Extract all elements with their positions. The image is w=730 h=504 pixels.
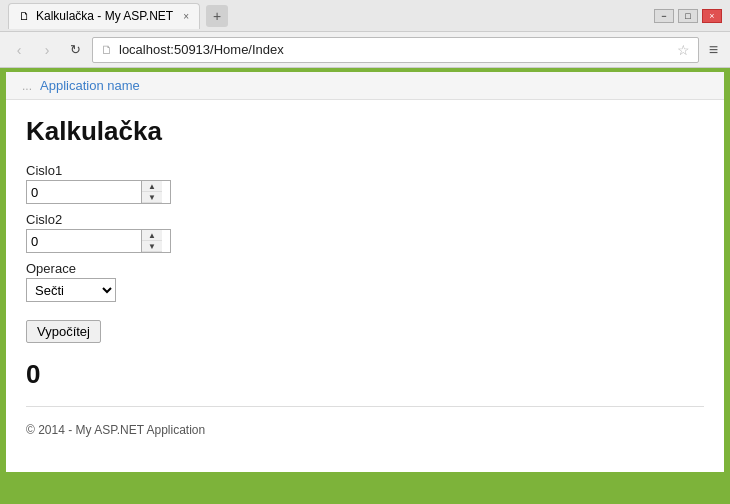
title-bar-left: 🗋 Kalkulačka - My ASP.NET × + (8, 3, 654, 29)
page-title: Kalkulačka (26, 116, 704, 147)
calculate-button[interactable]: Vypočítej (26, 320, 101, 343)
minimize-button[interactable]: − (654, 9, 674, 23)
back-button[interactable]: ‹ (8, 39, 30, 61)
cislo2-down-arrow[interactable]: ▼ (142, 241, 162, 252)
operace-container: Sečti Odečti Vynásob Vyděl (26, 278, 704, 302)
tab-label: Kalkulačka - My ASP.NET (36, 9, 173, 23)
operace-select[interactable]: Sečti Odečti Vynásob Vyděl (26, 278, 116, 302)
cislo1-group: Cislo1 ▲ ▼ (26, 163, 704, 204)
refresh-button[interactable]: ↻ (64, 39, 86, 61)
browser-menu-button[interactable]: ≡ (705, 41, 722, 59)
cislo2-up-arrow[interactable]: ▲ (142, 230, 162, 241)
cislo1-arrows: ▲ ▼ (142, 181, 162, 203)
result-value: 0 (26, 359, 704, 390)
url-text: localhost:50913/Home/Index (119, 42, 671, 57)
tab-close-icon[interactable]: × (183, 11, 189, 22)
footer-text: © 2014 - My ASP.NET Application (26, 417, 704, 441)
bookmark-icon[interactable]: ☆ (677, 42, 690, 58)
cislo1-down-arrow[interactable]: ▼ (142, 192, 162, 203)
footer-divider (26, 406, 704, 407)
cislo1-up-arrow[interactable]: ▲ (142, 181, 162, 192)
title-bar: 🗋 Kalkulačka - My ASP.NET × + − □ × (0, 0, 730, 32)
page-content: Kalkulačka Cislo1 ▲ ▼ Cislo2 (6, 100, 724, 457)
page-area: ... Application name Kalkulačka Cislo1 ▲… (6, 72, 724, 472)
operace-group: Operace Sečti Odečti Vynásob Vyděl (26, 261, 704, 302)
cislo1-label: Cislo1 (26, 163, 704, 178)
close-button[interactable]: × (702, 9, 722, 23)
cislo2-group: Cislo2 ▲ ▼ (26, 212, 704, 253)
browser-content: ... Application name Kalkulačka Cislo1 ▲… (0, 68, 730, 476)
operace-label: Operace (26, 261, 704, 276)
app-name-link[interactable]: Application name (40, 78, 140, 93)
cislo2-spinner[interactable]: ▲ ▼ (26, 229, 171, 253)
cislo1-input[interactable] (27, 181, 142, 203)
breadcrumb-separator: ... (22, 79, 32, 93)
cislo2-arrows: ▲ ▼ (142, 230, 162, 252)
cislo1-spinner[interactable]: ▲ ▼ (26, 180, 171, 204)
tab-page-icon: 🗋 (19, 10, 30, 22)
url-icon: 🗋 (101, 43, 113, 57)
window-controls: − □ × (654, 9, 722, 23)
app-nav: ... Application name (6, 72, 724, 100)
cislo2-input[interactable] (27, 230, 142, 252)
cislo2-label: Cislo2 (26, 212, 704, 227)
new-tab-button[interactable]: + (206, 5, 228, 27)
url-bar[interactable]: 🗋 localhost:50913/Home/Index ☆ (92, 37, 699, 63)
forward-button[interactable]: › (36, 39, 58, 61)
address-bar: ‹ › ↻ 🗋 localhost:50913/Home/Index ☆ ≡ (0, 32, 730, 68)
maximize-button[interactable]: □ (678, 9, 698, 23)
browser-tab[interactable]: 🗋 Kalkulačka - My ASP.NET × (8, 3, 200, 29)
